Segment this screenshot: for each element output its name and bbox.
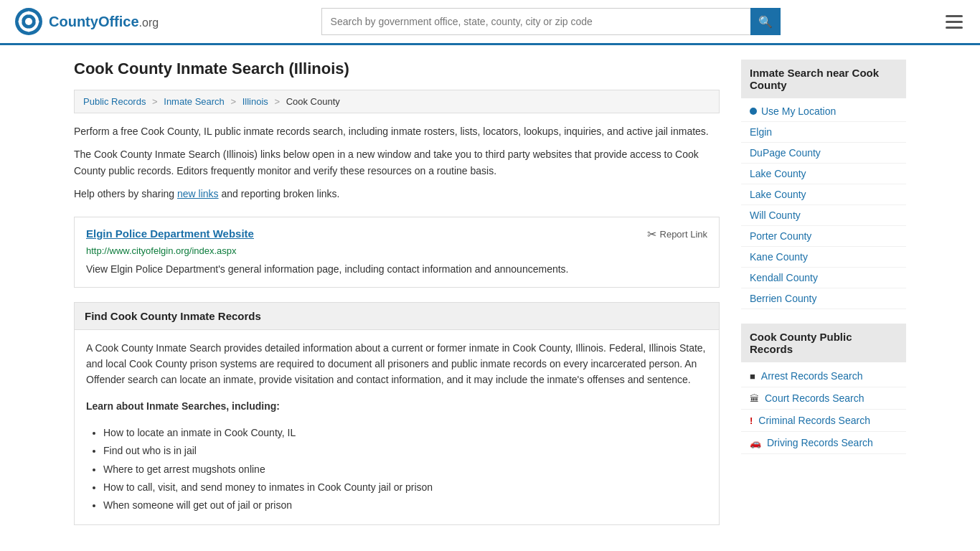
intro-paragraph-2: The Cook County Inmate Search (Illinois)… [74,146,720,179]
breadcrumb-sep2: > [230,96,236,107]
page-title: Cook County Inmate Search (Illinois) [74,60,720,78]
driving-records-link[interactable]: Driving Records Search [767,437,873,448]
list-item: How to call, visit, and send money to in… [103,479,707,496]
breadcrumb: Public Records > Inmate Search > Illinoi… [74,90,720,113]
use-my-location-link[interactable]: Use My Location [761,105,836,117]
sidebar-item-lake1[interactable]: Lake County [741,164,906,184]
menu-icon-line1 [946,15,963,17]
link-card-url[interactable]: http://www.cityofelgin.org/index.aspx [86,245,707,256]
breadcrumb-current: Cook County [286,96,340,107]
sidebar-court-records[interactable]: 🏛 Court Records Search [741,387,906,410]
list-item: How to locate an inmate in Cook County, … [103,424,707,442]
menu-icon-line2 [946,21,963,23]
link-card-title[interactable]: Elgin Police Department Website [86,227,254,240]
report-link-button[interactable]: ✂ Report Link [647,227,707,241]
sidebar-records-header: Cook County Public Records [741,324,906,362]
search-button[interactable]: 🔍 [750,8,781,35]
menu-button[interactable] [943,12,966,32]
breadcrumb-sep1: > [152,96,158,107]
breadcrumb-illinois[interactable]: Illinois [242,96,268,107]
report-icon: ✂ [647,227,656,241]
site-header: CountyOffice.org 🔍 [0,0,980,45]
new-links-link[interactable]: new links [177,188,219,199]
list-item: Where to get arrest mugshots online [103,461,707,479]
sidebar-public-records: Cook County Public Records ■ Arrest Reco… [741,324,906,454]
breadcrumb-inmate-search[interactable]: Inmate Search [164,96,225,107]
svg-point-5 [27,29,31,32]
intro-paragraph-1: Perform a free Cook County, IL public in… [74,123,720,139]
driving-records-icon: 🚗 [750,438,761,448]
court-records-link[interactable]: Court Records Search [765,392,864,404]
sidebar-inmate-header: Inmate Search near Cook County [741,60,906,98]
sidebar-item-lake2[interactable]: Lake County [741,184,906,205]
sidebar-inmate-search: Inmate Search near Cook County Use My Lo… [741,60,906,309]
sidebar-driving-records[interactable]: 🚗 Driving Records Search [741,432,906,454]
content-area: Cook County Inmate Search (Illinois) Pub… [74,60,720,525]
logo-area: CountyOffice.org [14,7,159,36]
link-card: Elgin Police Department Website ✂ Report… [74,217,720,288]
find-section-header: Find Cook County Inmate Records [75,303,719,330]
menu-icon-line3 [946,27,963,29]
sidebar-arrest-records[interactable]: ■ Arrest Records Search [741,365,906,387]
find-section: Find Cook County Inmate Records A Cook C… [74,302,720,526]
find-section-text: A Cook County Inmate Search provides det… [86,340,707,388]
link-card-header: Elgin Police Department Website ✂ Report… [86,227,707,241]
logo-text: CountyOffice.org [49,14,159,30]
search-icon: 🔍 [758,15,773,29]
svg-point-7 [36,20,39,24]
learn-title: Learn about Inmate Searches, including: [86,398,707,414]
arrest-records-icon: ■ [750,371,755,382]
link-card-description: View Elgin Police Department's general i… [86,262,707,277]
svg-point-6 [19,20,22,24]
svg-point-4 [27,11,31,15]
main-container: Cook County Inmate Search (Illinois) Pub… [60,45,920,540]
sidebar-item-kendall[interactable]: Kendall County [741,268,906,288]
arrest-records-link[interactable]: Arrest Records Search [761,370,863,382]
search-area: 🔍 [321,8,781,35]
sidebar: Inmate Search near Cook County Use My Lo… [741,60,906,525]
location-dot-icon [750,108,757,115]
find-section-body: A Cook County Inmate Search provides det… [75,330,719,525]
court-records-icon: 🏛 [750,393,759,404]
breadcrumb-sep3: > [274,96,280,107]
sidebar-item-elgin[interactable]: Elgin [741,122,906,143]
sidebar-criminal-records[interactable]: ! Criminal Records Search [741,410,906,432]
criminal-records-link[interactable]: Criminal Records Search [758,415,870,426]
sidebar-item-berrien[interactable]: Berrien County [741,288,906,309]
list-item: Find out who is in jail [103,442,707,460]
intro-paragraph-3: Help others by sharing new links and rep… [74,186,720,202]
sidebar-item-will[interactable]: Will County [741,205,906,226]
breadcrumb-public-records[interactable]: Public Records [83,96,146,107]
svg-point-3 [25,18,32,25]
sidebar-use-location[interactable]: Use My Location [741,101,906,122]
list-item: When someone will get out of jail or pri… [103,496,707,514]
sidebar-item-kane[interactable]: Kane County [741,247,906,268]
logo-icon [14,7,43,36]
criminal-records-icon: ! [750,415,753,426]
search-input[interactable] [321,8,750,35]
sidebar-item-dupage[interactable]: DuPage County [741,143,906,164]
bullet-list: How to locate an inmate in Cook County, … [86,424,707,514]
sidebar-item-porter[interactable]: Porter County [741,226,906,247]
